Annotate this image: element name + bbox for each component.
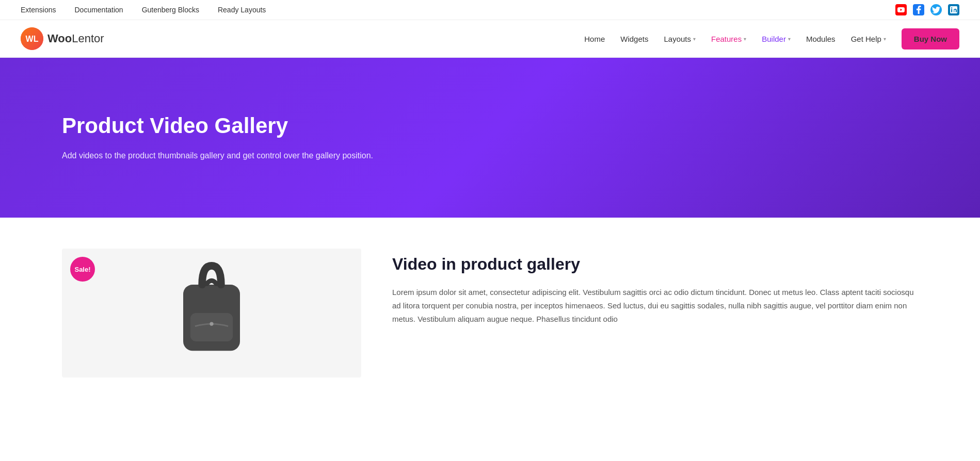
social-icons — [895, 4, 959, 15]
product-info: Video in product gallery Lorem ipsum dol… — [392, 249, 918, 326]
top-nav-ready-layouts[interactable]: Ready Layouts — [218, 6, 266, 14]
svg-point-4 — [210, 322, 213, 325]
hero-title: Product Video Gallery — [62, 113, 288, 139]
product-image-area: Sale! — [62, 249, 361, 377]
builder-dropdown-arrow: ▾ — [788, 36, 791, 42]
nav-features[interactable]: Features ▾ — [711, 35, 746, 43]
top-nav-extensions[interactable]: Extensions — [21, 6, 56, 14]
top-nav: Extensions Documentation Gutenberg Block… — [21, 6, 266, 14]
nav-widgets[interactable]: Widgets — [620, 35, 648, 43]
hero-banner: Product Video Gallery Add videos to the … — [0, 58, 980, 218]
nav-get-help[interactable]: Get Help ▾ — [851, 35, 886, 43]
twitter-icon[interactable] — [930, 4, 942, 15]
nav-modules[interactable]: Modules — [806, 35, 836, 43]
svg-text:WL: WL — [26, 35, 39, 43]
main-nav-links: Home Widgets Layouts ▾ Features ▾ Builde… — [584, 28, 959, 50]
linkedin-icon[interactable] — [948, 4, 959, 15]
logo[interactable]: WL WooLentor — [21, 27, 104, 50]
gethelp-dropdown-arrow: ▾ — [883, 36, 886, 42]
logo-text: WooLentor — [47, 32, 104, 45]
facebook-icon[interactable] — [913, 4, 924, 15]
main-nav: WL WooLentor Home Widgets Layouts ▾ Feat… — [0, 20, 980, 58]
top-bar: Extensions Documentation Gutenberg Block… — [0, 0, 980, 20]
logo-icon: WL — [21, 27, 43, 50]
buy-now-button[interactable]: Buy Now — [902, 28, 959, 50]
top-nav-documentation[interactable]: Documentation — [74, 6, 123, 14]
top-nav-gutenberg[interactable]: Gutenberg Blocks — [142, 6, 199, 14]
nav-home[interactable]: Home — [584, 35, 605, 43]
sale-badge: Sale! — [70, 257, 95, 282]
nav-builder[interactable]: Builder ▾ — [762, 35, 791, 43]
features-dropdown-arrow: ▾ — [744, 36, 746, 42]
product-section-title: Video in product gallery — [392, 254, 918, 275]
content-section: Sale! Video in product gallery Lorem ips… — [0, 218, 980, 408]
product-image — [155, 256, 268, 370]
hero-subtitle: Add videos to the product thumbnails gal… — [62, 149, 373, 162]
nav-layouts[interactable]: Layouts ▾ — [664, 35, 696, 43]
product-body-text: Lorem ipsum dolor sit amet, consectetur … — [392, 286, 918, 326]
svg-rect-3 — [190, 313, 233, 341]
youtube-icon[interactable] — [895, 4, 907, 15]
layouts-dropdown-arrow: ▾ — [693, 36, 696, 42]
